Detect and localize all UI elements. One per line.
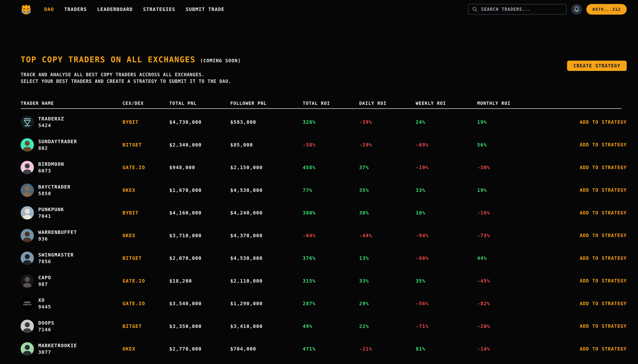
subtitle-line-1: TRACK AND ANALYSE ALL BEST COPY TRADERS … xyxy=(20,72,627,78)
exchange-cell: GATE.IO xyxy=(122,165,169,170)
monthly-roi-cell: 19% xyxy=(477,188,532,193)
monthly-roi-cell: -16% xyxy=(477,210,532,216)
follower-pnl-cell: $4,530,000 xyxy=(230,255,303,261)
nav-item-strategies[interactable]: STRATEGIES xyxy=(143,6,176,12)
column-header-cex-dex: CEX/DEX xyxy=(122,101,169,106)
follower-pnl-cell: $4,240,000 xyxy=(230,210,303,216)
trader-avatar xyxy=(20,252,34,265)
trader-id: 936 xyxy=(38,236,77,242)
trader-cell: SUNDAYTRADER 802 xyxy=(20,138,122,152)
create-strategy-button[interactable]: CREATE STRATEGY xyxy=(567,61,627,71)
add-to-strategy-link[interactable]: ADD TO STRATEGY xyxy=(580,165,627,170)
trader-name: BAYCTRADER xyxy=(38,184,70,190)
trader-cell: MARKETROOKIE 3077 xyxy=(20,342,122,356)
trader-cell: PUNKPUNK 7041 xyxy=(20,206,122,220)
search-box xyxy=(468,4,566,14)
total-roi-cell: 287% xyxy=(303,301,359,306)
add-to-strategy-link[interactable]: ADD TO STRATEGY xyxy=(580,120,627,125)
total-pnl-cell: $4,160,000 xyxy=(169,210,230,216)
subtitle-line-2: SELECT YOUR BEST TRADERS AND CREATE A ST… xyxy=(20,78,627,85)
follower-pnl-cell: $4,370,000 xyxy=(230,233,303,238)
trader-avatar xyxy=(20,342,34,356)
total-pnl-cell: $1,670,000 xyxy=(169,188,230,193)
total-pnl-cell: $2,340,000 xyxy=(169,142,230,148)
table-row: MARKETROOKIE 3077 OKEX $2,770,000 $704,0… xyxy=(20,338,627,360)
nav-item-dao[interactable]: DAO xyxy=(44,6,54,12)
total-roi-cell: 328% xyxy=(303,119,359,125)
trader-cell: DOOPS 7146 xyxy=(20,320,122,333)
laughing-emoji-logo-icon[interactable] xyxy=(20,4,32,15)
follower-pnl-cell: $4,530,000 xyxy=(230,188,303,193)
trader-id: 7041 xyxy=(38,213,64,220)
nav-item-traders[interactable]: TRADERS xyxy=(64,6,87,12)
trader-cell: CAPO 987 xyxy=(20,274,122,288)
trader-name: WARRENBUFFET xyxy=(38,229,77,236)
trader-id: 9445 xyxy=(38,304,51,310)
total-roi-cell: 315% xyxy=(303,278,359,284)
daily-roi-cell: 13% xyxy=(359,255,416,261)
column-header-total-roi: TOTAL ROI xyxy=(303,101,359,106)
add-to-strategy-link[interactable]: ADD TO STRATEGY xyxy=(580,301,627,306)
column-header-monthly-roi: MONTHLY ROI xyxy=(477,101,532,106)
trader-name: DOOPS xyxy=(38,320,54,326)
add-to-strategy-link[interactable]: ADD TO STRATEGY xyxy=(580,278,627,284)
main-content: TOP COPY TRADERS ON ALL EXCHANGES (COMIN… xyxy=(0,55,638,364)
total-pnl-cell: $18,200 xyxy=(169,278,230,284)
nav-item-submit-trade[interactable]: SUBMIT TRADE xyxy=(186,6,224,12)
follower-pnl-cell: $1,290,000 xyxy=(230,301,303,306)
total-pnl-cell: $3,710,000 xyxy=(169,233,230,238)
table-row: BIRDMOON 6073 GATE.IO $948,000 $2,150,00… xyxy=(20,156,627,179)
add-to-strategy-link[interactable]: ADD TO STRATEGY xyxy=(580,142,627,148)
follower-pnl-cell: $85,000 xyxy=(230,142,303,148)
nav-item-leaderboard[interactable]: LEADERBOARD xyxy=(97,6,133,12)
top-nav: DAOTRADERSLEADERBOARDSTRATEGIESSUBMIT TR… xyxy=(0,0,638,18)
trader-name: MARKETROOKIE xyxy=(38,342,77,349)
add-to-strategy-link[interactable]: ADD TO STRATEGY xyxy=(580,188,627,193)
trader-name: TRADERXZ xyxy=(38,116,64,122)
column-header-daily-roi: DAILY ROI xyxy=(359,101,416,106)
weekly-roi-cell: 33% xyxy=(416,188,477,193)
total-roi-cell: -84% xyxy=(303,233,359,238)
monthly-roi-cell: -20% xyxy=(477,324,532,329)
search-input[interactable] xyxy=(481,7,562,12)
daily-roi-cell: 33% xyxy=(359,278,416,284)
exchange-cell: OKEX xyxy=(122,346,169,352)
follower-pnl-cell: $2,110,000 xyxy=(230,278,303,284)
add-to-strategy-link[interactable]: ADD TO STRATEGY xyxy=(580,210,627,216)
add-to-strategy-link[interactable]: ADD TO STRATEGY xyxy=(580,346,627,352)
add-to-strategy-link[interactable]: ADD TO STRATEGY xyxy=(580,233,627,238)
daily-roi-cell: -44% xyxy=(359,233,416,238)
monthly-roi-cell: -82% xyxy=(477,301,532,306)
exchange-cell: BYBIT xyxy=(122,210,169,216)
notifications-button[interactable] xyxy=(572,4,582,14)
weekly-roi-cell: -94% xyxy=(416,233,477,238)
trader-cell: TRADERXZ 5424 xyxy=(20,116,122,129)
total-roi-cell: -58% xyxy=(303,142,359,148)
trader-name: SUNDAYTRADER xyxy=(38,138,77,145)
trader-avatar xyxy=(20,116,34,129)
wallet-address-button[interactable]: 0X79...312 xyxy=(586,4,627,14)
monthly-roi-cell: -73% xyxy=(477,233,532,238)
exchange-cell: OKEX xyxy=(122,233,169,238)
total-pnl-cell: $3,350,000 xyxy=(169,324,230,329)
trader-name: BIRDMOON xyxy=(38,161,64,168)
trader-name: XO xyxy=(38,297,51,304)
column-header-follower-pnl: FOLLOWER PNL xyxy=(230,101,303,106)
trader-id: 802 xyxy=(38,145,77,152)
follower-pnl-cell: $704,000 xyxy=(230,346,303,352)
trader-avatar xyxy=(20,206,34,220)
trader-cell: FOREXCRYPTO XO 9445 xyxy=(20,297,122,310)
exchange-cell: BITGET xyxy=(122,324,169,329)
search-icon xyxy=(472,6,478,12)
add-to-strategy-link[interactable]: ADD TO STRATEGY xyxy=(580,256,627,261)
table-row: CRYPTOPUNK GATE.IO $3,920,000 $4,240,000… xyxy=(20,360,627,364)
trader-id: 3077 xyxy=(38,349,77,356)
trader-name: PUNKPUNK xyxy=(38,206,64,213)
daily-roi-cell: -29% xyxy=(359,142,416,148)
total-pnl-cell: $948,000 xyxy=(169,165,230,170)
daily-roi-cell: 29% xyxy=(359,301,416,306)
table-row: FOREXCRYPTO XO 9445 GATE.IO $3,540,000 $… xyxy=(20,292,627,315)
column-header-weekly-roi: WEEKLY ROI xyxy=(416,101,477,106)
add-to-strategy-link[interactable]: ADD TO STRATEGY xyxy=(580,324,627,329)
trader-avatar xyxy=(20,229,34,242)
